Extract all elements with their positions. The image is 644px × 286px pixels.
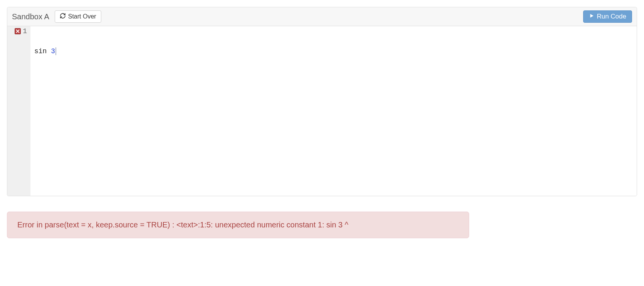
play-icon	[589, 13, 594, 20]
code-line[interactable]: sin 3	[34, 46, 633, 56]
run-code-button[interactable]: Run Code	[583, 10, 632, 23]
line-number: 1	[22, 26, 27, 36]
start-over-label: Start Over	[68, 13, 96, 20]
error-marker-icon	[15, 28, 21, 34]
code-panel: Sandbox A Start Over Run Code	[7, 7, 637, 196]
error-message: Error in parse(text = x, keep.source = T…	[17, 220, 348, 229]
gutter-row: 1	[7, 26, 30, 36]
panel-title: Sandbox A	[12, 12, 49, 21]
refresh-icon	[60, 13, 66, 20]
toolbar: Sandbox A Start Over Run Code	[7, 7, 637, 26]
run-code-label: Run Code	[597, 13, 626, 20]
code-editor[interactable]: 1 sin 3	[7, 26, 637, 196]
code-token-identifier: sin	[34, 46, 47, 56]
start-over-button[interactable]: Start Over	[55, 10, 101, 23]
code-token-space	[47, 46, 51, 56]
error-output: Error in parse(text = x, keep.source = T…	[7, 212, 469, 238]
code-area[interactable]: sin 3	[30, 26, 637, 196]
text-cursor	[55, 47, 56, 55]
toolbar-right: Run Code	[583, 10, 632, 23]
editor-gutter: 1	[7, 26, 30, 196]
code-token-number: 3	[51, 46, 55, 56]
